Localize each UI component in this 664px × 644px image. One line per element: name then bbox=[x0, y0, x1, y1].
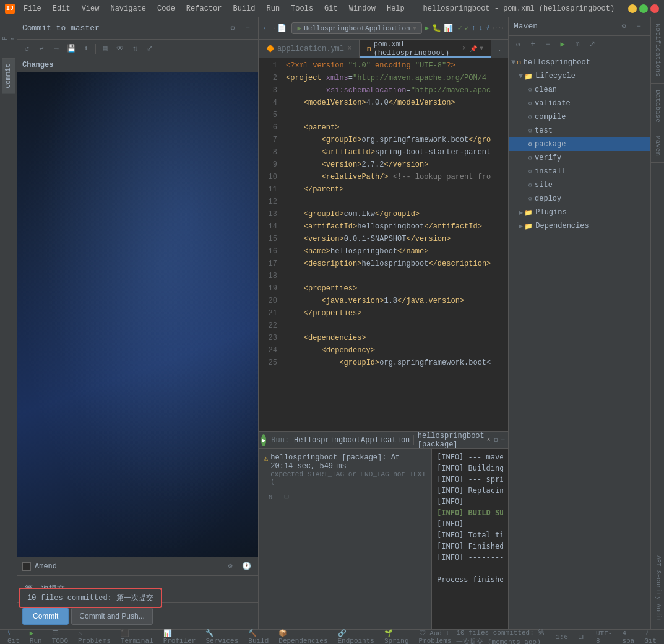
git-redo-icon[interactable]: ↪ bbox=[499, 22, 504, 35]
run-sidebar-scroll-icon[interactable]: ⇅ bbox=[264, 490, 277, 503]
status-indent[interactable]: 4 spa bbox=[619, 630, 637, 645]
status-position[interactable]: 1:6 bbox=[553, 633, 571, 641]
status-run[interactable]: ▶ Run bbox=[27, 629, 45, 644]
status-audit[interactable]: 🛡 Audit Problems bbox=[416, 629, 454, 644]
maven-run-icon[interactable]: ▶ bbox=[556, 38, 569, 51]
tab-application-yml[interactable]: 🔶 application.yml × bbox=[259, 40, 360, 58]
menu-navigate[interactable]: Navigate bbox=[105, 3, 151, 14]
maven-goal-clean[interactable]: ⚙ clean bbox=[509, 83, 650, 97]
package-tab-close[interactable]: × bbox=[487, 437, 491, 443]
status-vcs[interactable]: ⑂ Git bbox=[642, 630, 659, 645]
sidebar-item-project[interactable]: Pr bbox=[2, 20, 15, 57]
status-spring[interactable]: 🌱 Spring bbox=[382, 629, 412, 644]
maven-goal-test[interactable]: ⚙ test bbox=[509, 124, 650, 137]
coverage-icon[interactable]: 📊 bbox=[444, 22, 453, 35]
status-problems[interactable]: ⚠ Problems bbox=[75, 629, 113, 644]
group-by-icon[interactable]: ▤ bbox=[98, 42, 112, 56]
status-profiler[interactable]: 📊 Profiler bbox=[161, 629, 199, 644]
maven-refresh-icon[interactable]: ↺ bbox=[511, 38, 525, 51]
forward-icon[interactable]: → bbox=[270, 22, 275, 35]
maven-goal-validate[interactable]: ⚙ validate bbox=[509, 97, 650, 110]
maven-settings-icon[interactable]: ⚙ bbox=[617, 20, 631, 33]
menu-build[interactable]: Build bbox=[228, 3, 260, 14]
sort-icon[interactable]: ⇅ bbox=[128, 42, 142, 56]
maven-add-icon[interactable]: + bbox=[526, 38, 540, 51]
run-config-selector[interactable]: ▶ HellospringbootApplication ▼ bbox=[291, 22, 422, 34]
maven-goal-compile[interactable]: ⚙ compile bbox=[509, 110, 650, 124]
maven-plugins[interactable]: ▶ 📁 Plugins bbox=[509, 206, 650, 219]
status-terminal[interactable]: ⬛ Terminal bbox=[118, 629, 156, 644]
menu-code[interactable]: Code bbox=[152, 3, 180, 14]
tab-pin-icon[interactable]: 📌 bbox=[470, 45, 477, 53]
package-tab-label[interactable]: hellospringboot [package] bbox=[418, 432, 485, 449]
tab-options-icon[interactable]: ▼ bbox=[480, 45, 483, 52]
menu-tools[interactable]: Tools bbox=[286, 3, 318, 14]
menu-run[interactable]: Run bbox=[261, 3, 285, 14]
menu-help[interactable]: Help bbox=[382, 3, 410, 14]
arrow-right-icon[interactable]: → bbox=[50, 42, 63, 56]
close-button[interactable] bbox=[650, 4, 659, 13]
editor-content[interactable]: 12345 678910 1112131415 1617181920 21222… bbox=[259, 58, 508, 431]
maven-goal-install[interactable]: ⚙ install bbox=[509, 165, 650, 178]
maven-goal-verify[interactable]: ⚙ verify bbox=[509, 151, 650, 165]
maven-close-icon[interactable]: − bbox=[632, 20, 645, 33]
status-line-ending[interactable]: LF bbox=[576, 633, 589, 641]
close-panel-icon[interactable]: − bbox=[242, 23, 253, 34]
save-icon[interactable]: 💾 bbox=[64, 42, 78, 56]
git-check-icon[interactable]: ✓ bbox=[458, 22, 462, 35]
commit-and-push-button[interactable]: Commit and Push... bbox=[71, 607, 152, 625]
debug-icon[interactable]: 🐛 bbox=[432, 22, 441, 35]
amend-history-icon[interactable]: 🕐 bbox=[239, 560, 253, 573]
maven-goal-site[interactable]: ⚙ site bbox=[509, 178, 650, 192]
minimize-button[interactable] bbox=[628, 4, 637, 13]
tab-yaml-close[interactable]: × bbox=[348, 45, 351, 52]
expand-all-icon[interactable]: ⤢ bbox=[143, 42, 157, 56]
maven-remove-icon[interactable]: − bbox=[541, 38, 554, 51]
run-icon[interactable]: ▶ bbox=[425, 22, 429, 35]
menu-edit[interactable]: Edit bbox=[48, 3, 75, 14]
menu-file[interactable]: File bbox=[19, 3, 46, 14]
maven-expand-icon[interactable]: ⤢ bbox=[585, 38, 599, 51]
panel-close-icon[interactable]: − bbox=[500, 433, 506, 447]
menu-window[interactable]: Window bbox=[344, 3, 381, 14]
amend-settings-icon[interactable]: ⚙ bbox=[223, 560, 237, 573]
sidebar-item-commit[interactable]: Commit bbox=[2, 58, 15, 94]
status-build[interactable]: 🔨 Build bbox=[246, 629, 271, 644]
status-endpoints[interactable]: 🔗 Endpoints bbox=[335, 629, 377, 644]
status-encoding[interactable]: UTF-8 bbox=[593, 630, 614, 645]
right-tab-notifications[interactable]: Notifications bbox=[651, 17, 664, 84]
maximize-button[interactable] bbox=[639, 4, 648, 13]
tab-xml-close[interactable]: × bbox=[462, 45, 466, 52]
status-todo[interactable]: ☰ TODO bbox=[50, 629, 71, 644]
git-undo-icon[interactable]: ↩ bbox=[492, 22, 496, 35]
menu-refactor[interactable]: Refactor bbox=[181, 3, 227, 14]
git-down-icon[interactable]: ↓ bbox=[478, 22, 483, 35]
maven-dependencies[interactable]: ▶ 📁 Dependencies bbox=[509, 219, 650, 233]
eye-icon[interactable]: 👁 bbox=[113, 42, 127, 56]
status-git[interactable]: ⑂ Git bbox=[5, 630, 22, 645]
revert-icon[interactable]: ↩ bbox=[35, 42, 48, 56]
run-button[interactable]: ▶ bbox=[261, 434, 266, 446]
git-up-icon[interactable]: ↑ bbox=[472, 22, 476, 35]
amend-checkbox[interactable] bbox=[22, 562, 31, 571]
upload-icon[interactable]: ⬆ bbox=[79, 42, 93, 56]
right-tab-api-security[interactable]: API Security Audit bbox=[651, 549, 664, 629]
tab-pom-xml[interactable]: m pom.xml (hellospringboot) × 📌 ▼ bbox=[360, 40, 491, 58]
refresh-icon[interactable]: ↺ bbox=[20, 42, 33, 56]
status-dependencies[interactable]: 📦 Dependencies bbox=[276, 629, 330, 644]
git-branch-icon[interactable]: ⑂ bbox=[485, 22, 489, 35]
commit-button[interactable]: Commit bbox=[22, 607, 69, 625]
menu-git[interactable]: Git bbox=[319, 3, 343, 14]
recent-files-icon[interactable]: 📄 bbox=[277, 22, 287, 35]
menu-view[interactable]: View bbox=[77, 3, 105, 14]
maven-goal-deploy[interactable]: ⚙ deploy bbox=[509, 192, 650, 206]
back-icon[interactable]: ← bbox=[264, 22, 268, 35]
tab-menu-icon[interactable]: ⋮ bbox=[496, 45, 503, 53]
run-sidebar-filter-icon[interactable]: ⊟ bbox=[280, 490, 293, 503]
settings-icon[interactable]: ⚙ bbox=[227, 23, 238, 34]
right-tab-database[interactable]: Database bbox=[651, 84, 664, 129]
console-area[interactable]: [INFO] --- maven-jar-plugin:3.2.2:jar (d… bbox=[432, 449, 508, 629]
right-tab-maven[interactable]: Maven bbox=[651, 129, 664, 163]
maven-script-icon[interactable]: m bbox=[571, 38, 584, 51]
maven-lifecycle[interactable]: ▼ 📁 Lifecycle bbox=[509, 69, 650, 83]
